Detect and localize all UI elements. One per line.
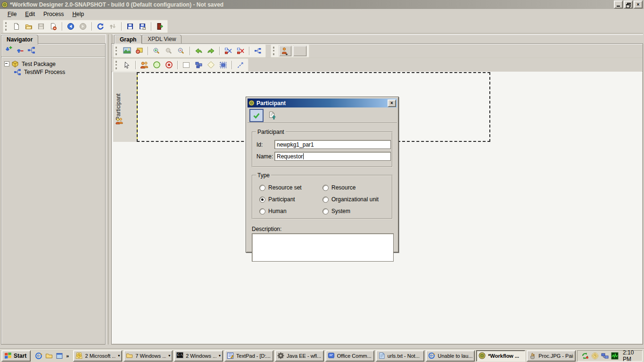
- tab-xpdl-view[interactable]: XPDL View: [142, 35, 182, 44]
- window-icon[interactable]: [56, 352, 63, 360]
- network-icon[interactable]: [601, 352, 609, 360]
- toolbar-grip[interactable]: [273, 47, 276, 55]
- zoom-actual-icon-disabled[interactable]: [163, 45, 174, 57]
- dialog-titlebar[interactable]: Participant ×: [248, 99, 397, 107]
- radio-icon-selected[interactable]: [259, 197, 265, 203]
- reminder-clock-icon[interactable]: [591, 352, 599, 360]
- tree-item-label[interactable]: TestWF Process: [23, 69, 66, 75]
- radio-icon[interactable]: [322, 208, 329, 214]
- back-icon[interactable]: [65, 21, 76, 32]
- toolbar-grip[interactable]: [116, 47, 118, 55]
- zoom-out-icon[interactable]: [175, 45, 187, 57]
- taskbar-button-textpad[interactable]: TextPad - [D:...: [224, 350, 273, 362]
- redo-icon[interactable]: [205, 45, 216, 57]
- blank-button[interactable]: [293, 45, 307, 57]
- package-icon: [11, 60, 19, 68]
- save-disabled-icon[interactable]: [35, 21, 47, 32]
- process-small-icon[interactable]: [252, 45, 264, 57]
- taskbar-button-communicator[interactable]: Office Comm...: [325, 350, 374, 362]
- dialog-close-button[interactable]: ×: [388, 99, 396, 107]
- activity-tool-icon[interactable]: [181, 59, 192, 71]
- clock-icon: [75, 352, 83, 360]
- forward-icon-disabled[interactable]: [77, 21, 89, 32]
- insert-down-icon[interactable]: [3, 45, 14, 56]
- participant-tool-icon[interactable]: [139, 59, 150, 71]
- menu-help[interactable]: Help: [68, 10, 88, 18]
- menu-edit[interactable]: Edit: [21, 10, 39, 18]
- toolbar-grip[interactable]: [5, 22, 8, 31]
- radio-participant[interactable]: Participant: [259, 196, 295, 203]
- save-as-icon[interactable]: [137, 21, 148, 32]
- task-manager-icon[interactable]: [611, 352, 619, 360]
- cut-selection-icon[interactable]: [223, 45, 234, 57]
- select-tool-icon[interactable]: [121, 59, 132, 71]
- paint-icon: [529, 352, 537, 360]
- open-package-icon[interactable]: [23, 21, 34, 32]
- start-event-tool-icon[interactable]: [151, 59, 162, 71]
- taskbar-button-windows-group[interactable]: 7 Windows ...▾: [124, 350, 173, 362]
- tree-item-process[interactable]: TestWF Process: [14, 68, 104, 76]
- menu-process[interactable]: Process: [39, 10, 68, 18]
- radio-resource-set[interactable]: Resource set: [259, 184, 302, 191]
- refresh-icon[interactable]: [95, 21, 106, 32]
- save-icon[interactable]: [124, 21, 136, 32]
- radio-system[interactable]: System: [322, 208, 350, 214]
- route-tool-icon[interactable]: [205, 59, 216, 71]
- toolbar-grip[interactable]: [116, 61, 118, 69]
- participant-lane-header[interactable]: Participant: [113, 72, 137, 142]
- ie-icon[interactable]: [35, 352, 42, 360]
- accept-icon[interactable]: [249, 109, 264, 122]
- radio-icon[interactable]: [322, 185, 329, 191]
- minimize-button[interactable]: [614, 0, 623, 8]
- block-activity-tool-icon[interactable]: [217, 59, 229, 71]
- end-event-tool-icon[interactable]: [163, 59, 174, 71]
- taskbar-button-console-group[interactable]: C:\ 2 Windows ...▾: [174, 350, 223, 362]
- radio-icon[interactable]: [259, 208, 265, 214]
- name-field[interactable]: Requestor: [274, 152, 391, 161]
- undo-icon[interactable]: [193, 45, 204, 57]
- radio-resource[interactable]: Resource: [322, 184, 355, 191]
- collapse-icon[interactable]: [4, 61, 9, 66]
- sync-icon[interactable]: [581, 352, 589, 360]
- transition-tool-icon[interactable]: [235, 59, 246, 71]
- radio-human[interactable]: Human: [259, 208, 287, 214]
- tree-item-label[interactable]: Test Package: [21, 61, 57, 67]
- transfer-icon-disabled[interactable]: [107, 21, 118, 32]
- taskbar-button-java-ee[interactable]: Java EE - wfl...: [275, 350, 324, 362]
- subflow-tool-icon[interactable]: [193, 59, 204, 71]
- close-button[interactable]: ×: [634, 0, 643, 8]
- taskbar-button-workflow-designer[interactable]: *Workflow ...: [476, 350, 525, 362]
- taskbar-button-microsoft-group[interactable]: 2 Microsoft ...▾: [73, 350, 122, 362]
- radio-organizational-unit[interactable]: Organizational unit: [322, 196, 379, 203]
- radio-icon[interactable]: [322, 197, 329, 203]
- menu-file[interactable]: File: [3, 10, 21, 18]
- radio-icon[interactable]: [259, 185, 265, 191]
- taskbar-button-notepad[interactable]: urls.txt - Not...: [376, 350, 425, 362]
- participant-icon: [115, 117, 124, 125]
- delete-selection-icon[interactable]: [235, 45, 246, 57]
- taskbar-button-paint[interactable]: Proc.JPG - Paint: [527, 350, 576, 362]
- participant-dropdown-icon[interactable]: [279, 45, 292, 57]
- restore-button[interactable]: [624, 0, 633, 8]
- save-graph-image-icon[interactable]: [121, 45, 132, 57]
- tab-graph[interactable]: Graph: [114, 35, 142, 44]
- exit-icon[interactable]: [154, 21, 165, 32]
- chevron-icon[interactable]: »: [66, 353, 69, 359]
- app-titlebar[interactable]: *Workflow Designer 2.0-SNAPSHOT - build …: [0, 0, 644, 9]
- folder-icon[interactable]: [45, 352, 53, 360]
- new-package-icon[interactable]: [11, 21, 22, 32]
- graph-overlay-icon[interactable]: [133, 45, 145, 57]
- ie-icon: [428, 352, 436, 360]
- description-textarea[interactable]: [252, 233, 394, 262]
- apply-to-document-icon[interactable]: [266, 110, 278, 121]
- taskbar-button-ie-unable[interactable]: Unable to lau...: [426, 350, 475, 362]
- remove-up-icon[interactable]: [14, 45, 25, 56]
- tree-item-package[interactable]: Test Package: [3, 60, 104, 68]
- id-field[interactable]: newpkg1_par1: [274, 140, 391, 149]
- tab-navigator[interactable]: Navigator: [1, 35, 38, 44]
- zoom-in-icon[interactable]: [151, 45, 162, 57]
- close-package-icon[interactable]: [48, 21, 59, 32]
- process-icon[interactable]: [25, 45, 37, 56]
- start-button[interactable]: Start: [1, 350, 31, 362]
- clock-time[interactable]: 2:10 PM: [623, 349, 638, 362]
